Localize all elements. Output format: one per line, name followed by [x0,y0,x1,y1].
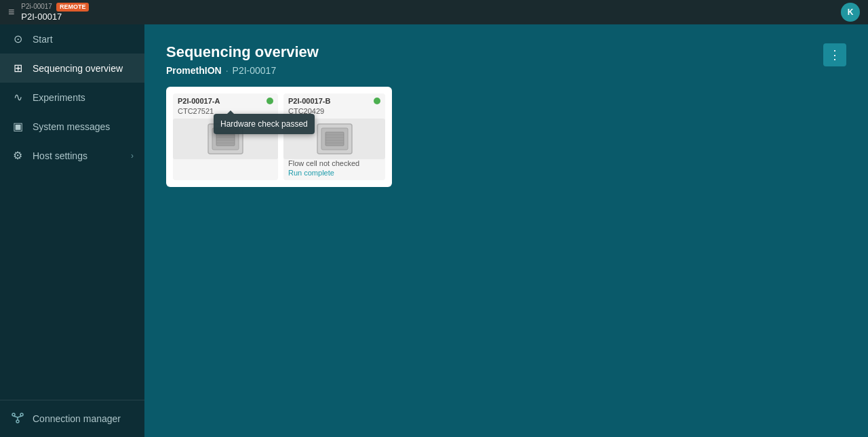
svg-rect-8 [216,132,235,146]
sidebar-item-label-experiments: Experiments [33,92,134,103]
main-layout: ⊙ Start ⊞ Sequencing overview ∿ Experime… [0,24,868,437]
hamburger-icon[interactable]: ≡ [8,6,14,18]
sequencing-overview-icon: ⊞ [11,62,24,75]
sidebar-item-host-settings[interactable]: ⚙ Host settings › [0,141,144,170]
sidebar-item-system-messages[interactable]: ▣ System messages [0,112,144,141]
page-title-group: Sequencing overview PromethION · P2I-000… [166,43,319,76]
position-b-id: P2I-00017-B [288,97,330,105]
page-title: Sequencing overview [166,43,319,61]
sidebar-item-label-host-settings: Host settings [33,150,123,161]
position-a-status-dot [267,98,273,104]
svg-point-1 [12,413,15,416]
device-card: P2I-00017-A CTC27521 [166,87,392,187]
sidebar-item-experiments[interactable]: ∿ Experiments [0,83,144,112]
position-b-status-dot [374,98,380,104]
sidebar-item-label-start: Start [33,34,134,45]
svg-point-0 [16,420,19,423]
device-id-small: P2i-00017 [21,3,52,11]
position-b-flow-cell-status: Flow cell not checked [283,159,385,169]
more-options-button[interactable]: ⋮ [823,43,846,66]
subtitle-device-id: P2I-00017 [233,65,277,76]
subtitle-device-name: PromethION [166,65,222,76]
position-cell-b: P2I-00017-B CTC20429 Flow cell no [283,93,385,180]
tooltip-text: Hardware check passed [220,119,308,129]
position-cell-a: P2I-00017-A CTC27521 [173,93,278,180]
sidebar-item-label-connection-manager: Connection manager [33,413,134,424]
svg-point-2 [20,413,23,416]
connection-manager-icon [11,411,24,426]
position-a-header: P2I-00017-A [173,93,278,107]
device-id-large: P2I-00017 [21,12,89,22]
position-b-header: P2I-00017-B [283,93,385,107]
page-subtitle: PromethION · P2I-00017 [166,65,319,76]
content: Sequencing overview PromethION · P2I-000… [144,24,868,437]
position-a-id: P2I-00017-A [178,97,220,105]
topbar-right: K [841,3,860,22]
run-complete-link[interactable]: Run complete [283,169,385,180]
device-id-row: P2i-00017 REMOTE [21,3,89,12]
sidebar-footer[interactable]: Connection manager [0,400,144,437]
subtitle-separator: · [226,65,229,76]
topbar-left: ≡ P2i-00017 REMOTE P2I-00017 [8,3,89,22]
page-header: Sequencing overview PromethION · P2I-000… [166,43,846,76]
user-avatar: K [841,3,860,22]
sidebar-item-connection-manager[interactable]: Connection manager [0,403,144,434]
sidebar: ⊙ Start ⊞ Sequencing overview ∿ Experime… [0,24,144,437]
topbar: ≡ P2i-00017 REMOTE P2I-00017 K [0,0,868,24]
remote-badge: REMOTE [56,3,90,12]
hardware-check-tooltip: Hardware check passed [214,114,315,134]
sidebar-item-label-system-messages: System messages [33,121,134,132]
sidebar-item-start[interactable]: ⊙ Start [0,24,144,54]
chevron-right-icon: › [131,151,134,161]
start-icon: ⊙ [11,33,24,45]
sidebar-item-label-sequencing-overview: Sequencing overview [33,63,134,74]
svg-rect-15 [326,132,344,146]
svg-line-5 [18,416,22,417]
svg-line-4 [14,416,18,417]
system-messages-icon: ▣ [11,120,24,133]
host-settings-icon: ⚙ [11,149,24,162]
experiments-icon: ∿ [11,91,24,104]
device-info: P2i-00017 REMOTE P2I-00017 [21,3,89,22]
sidebar-nav: ⊙ Start ⊞ Sequencing overview ∿ Experime… [0,24,144,400]
sidebar-item-sequencing-overview[interactable]: ⊞ Sequencing overview [0,54,144,83]
